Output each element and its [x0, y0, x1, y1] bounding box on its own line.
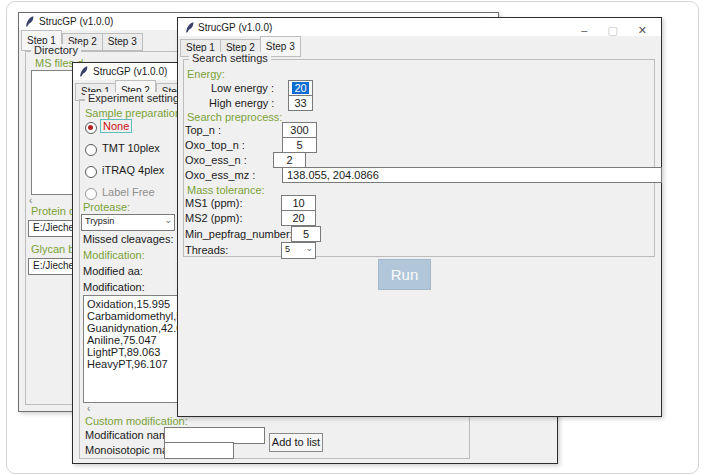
maximize-icon[interactable]: ▢: [607, 24, 617, 36]
threads-value: 5: [285, 244, 290, 254]
scroll-left-icon[interactable]: ‹: [29, 196, 32, 205]
min-pepfrag-number-label: Min_pepfrag_number:: [185, 228, 293, 240]
scroll-left-icon[interactable]: ‹: [87, 404, 90, 413]
window-title: StrucGP (v1.0.0): [39, 16, 113, 27]
app-feather-icon: [79, 66, 89, 77]
modification-section-label: Modification:: [83, 249, 145, 261]
titlebar-step3-window[interactable]: StrucGP (v1.0.0) – ▢ ✕: [178, 18, 661, 36]
add-to-list-button[interactable]: Add to list: [269, 433, 323, 452]
top-n-input[interactable]: 300: [282, 122, 317, 138]
radio-label-free-label[interactable]: Label Free: [102, 186, 155, 198]
dropdown-arrow-icon: ⌄: [164, 215, 172, 225]
custom-modification-label: Custom modification:: [85, 415, 188, 427]
window-step3: StrucGP (v1.0.0) – ▢ ✕ Step 1 Step 2 Ste…: [177, 17, 662, 417]
tab-step3[interactable]: Step 3: [102, 33, 143, 51]
search-settings-group-label: Search settings: [189, 52, 271, 64]
radio-none[interactable]: [85, 122, 97, 134]
low-energy-input[interactable]: 20: [288, 80, 313, 96]
ms2-ppm-label: MS2 (ppm):: [185, 212, 242, 224]
radio-tmt-10plex[interactable]: [85, 144, 97, 156]
radio-none-label[interactable]: None: [100, 119, 132, 133]
radio-label-free[interactable]: [85, 188, 97, 200]
protease-label: Protease:: [83, 201, 130, 213]
modification-list-label: Modification:: [83, 281, 145, 293]
search-preprocess-section-label: Search preprocess:: [187, 111, 282, 123]
window-title: StrucGP (v1.0.0): [93, 66, 167, 77]
oxo-ess-mz-label: Oxo_ess_mz :: [185, 169, 255, 181]
screenshot-canvas: StrucGP (v1.0.0) – ▢ ✕ Step 1 Step 2 Ste…: [0, 0, 705, 475]
radio-itraq-4plex-label[interactable]: iTRAQ 4plex: [102, 164, 164, 176]
monoisotopic-mass-input[interactable]: [164, 442, 234, 459]
ms2-ppm-input[interactable]: 20: [281, 210, 316, 226]
oxo-top-n-label: Oxo_top_n :: [185, 139, 245, 151]
radio-tmt-10plex-label[interactable]: TMT 10plex: [102, 142, 160, 154]
protein-database-label: Protein d: [31, 205, 75, 217]
top-n-label: Top_n :: [185, 124, 221, 136]
app-feather-icon: [185, 22, 195, 33]
experiment-settings-group-label: Experiment settings: [85, 92, 188, 104]
oxo-ess-n-label: Oxo_ess_n :: [185, 154, 247, 166]
protease-value: Trypsin: [85, 216, 114, 226]
radio-itraq-4plex[interactable]: [85, 166, 97, 178]
protease-combobox[interactable]: Trypsin ⌄: [81, 214, 175, 231]
run-button[interactable]: Run: [378, 259, 431, 290]
threads-label: Threads:: [185, 244, 228, 256]
ms1-ppm-input[interactable]: 10: [281, 195, 316, 211]
threads-combobox[interactable]: 5 ⌄: [281, 242, 316, 259]
missed-cleavages-label: Missed cleavages:: [83, 233, 174, 245]
modified-aa-label: Modified aa:: [83, 265, 143, 277]
directory-group-label: Directory: [31, 44, 81, 56]
selected-text: 20: [292, 82, 308, 94]
window-title: StrucGP (v1.0.0): [198, 22, 272, 33]
high-energy-label: High energy :: [209, 97, 274, 109]
low-energy-label: Low energy :: [211, 82, 274, 94]
energy-section-label: Energy:: [187, 68, 225, 80]
minimize-icon[interactable]: –: [581, 24, 587, 36]
mass-tolerance-section-label: Mass tolerance:: [187, 184, 265, 196]
dropdown-arrow-icon: ⌄: [305, 243, 313, 253]
app-feather-icon: [25, 16, 35, 27]
min-pepfrag-number-input[interactable]: 5: [291, 226, 321, 242]
high-energy-input[interactable]: 33: [288, 95, 313, 111]
oxo-top-n-input[interactable]: 5: [282, 137, 317, 153]
close-icon[interactable]: ✕: [638, 24, 647, 36]
oxo-ess-n-input[interactable]: 2: [273, 152, 306, 168]
oxo-ess-mz-input[interactable]: 138.055, 204.0866: [282, 167, 662, 183]
ms1-ppm-label: MS1 (ppm):: [185, 197, 242, 209]
